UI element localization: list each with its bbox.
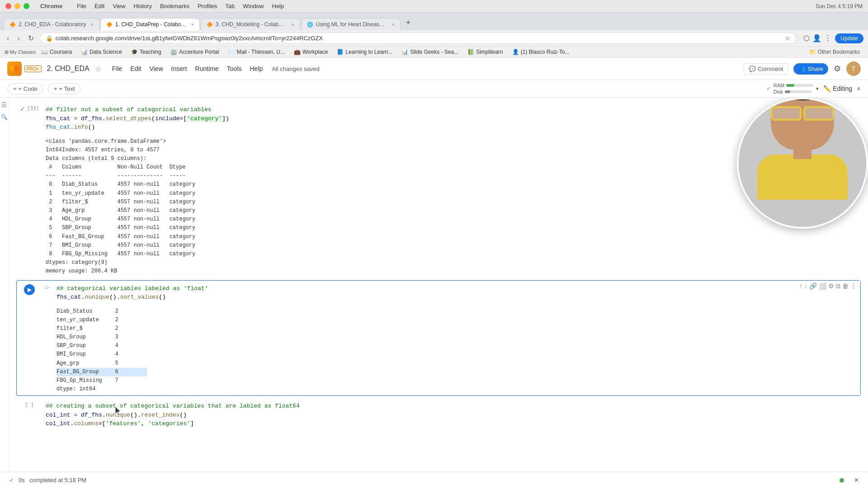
- webcam-feed: [739, 99, 866, 227]
- star-icon[interactable]: ☆: [95, 65, 101, 73]
- cell-copy-icon[interactable]: ⧉: [836, 282, 840, 290]
- bookmark-teaching[interactable]: 🎓 Teaching: [127, 48, 165, 56]
- tab-2[interactable]: 🔶 1. CHD_DataPrep - Colaborato... ×: [100, 18, 200, 30]
- ram-disk-indicator[interactable]: ✓ RAM Disk ▾: [766, 83, 819, 94]
- bookmark-simplilearn[interactable]: 📗 Simplilearn: [464, 48, 506, 56]
- titlebar: Chrome File Edit View History Bookmarks …: [0, 0, 868, 13]
- menu-window[interactable]: Window: [243, 3, 264, 9]
- tab-4[interactable]: 🌐 Using ML for Heart Disease Pr... ×: [301, 18, 401, 30]
- sidebar-menu-icon[interactable]: ☰: [1, 101, 7, 108]
- bookmark-mail[interactable]: ✉️ Mail - Thiessen, U...: [224, 48, 288, 56]
- menu-file[interactable]: File: [112, 65, 123, 72]
- cell-move-up-icon[interactable]: ↑: [799, 282, 802, 290]
- ram-progress-fill: [786, 84, 794, 87]
- dropdown-icon[interactable]: ▾: [816, 86, 819, 92]
- close-button[interactable]: [5, 3, 11, 9]
- bookmark-blasco[interactable]: 👤 (1) Blasco Ruiz-To...: [509, 48, 573, 56]
- colab-menu: File Edit View Insert Runtime Tools Help: [112, 65, 263, 72]
- share-label: Share: [807, 66, 823, 72]
- menu-insert[interactable]: Insert: [171, 65, 187, 72]
- left-sidebar: ☰ 🔍: [0, 98, 9, 475]
- menu-edit[interactable]: Edit: [94, 3, 104, 9]
- bookmark-accenture[interactable]: 🏢 Accenture Portal: [167, 48, 223, 56]
- cell-3-body: ## creating a subset of categorical vari…: [42, 398, 860, 432]
- cell-code-icon[interactable]: ⬜: [819, 282, 826, 290]
- menu-runtime[interactable]: Runtime: [195, 65, 219, 72]
- comment-button[interactable]: 💬 Comment: [744, 63, 788, 75]
- tab-1-close[interactable]: ×: [90, 22, 93, 27]
- cell-move-down-icon[interactable]: ↓: [804, 282, 807, 290]
- bookmark-workplace[interactable]: 💼 Workplace: [290, 48, 331, 56]
- webcam-overlay: [737, 98, 868, 229]
- address-bar-row: ‹ › ↻ 🔒 colab.research.google.com/drive/…: [0, 30, 868, 47]
- user-avatar[interactable]: T: [846, 61, 861, 76]
- menu-help[interactable]: Help: [250, 65, 263, 72]
- menu-help[interactable]: Help: [272, 3, 284, 9]
- minimize-button[interactable]: [14, 3, 20, 9]
- tab-3-close[interactable]: ×: [291, 22, 294, 27]
- cell-link-icon[interactable]: 🔗: [809, 282, 817, 290]
- bookmark-star-icon[interactable]: ☆: [785, 35, 790, 42]
- profile-icon[interactable]: 👤: [812, 34, 821, 42]
- tab-bar: 🔶 2. CHD_EDA - Colaboratory × 🔶 1. CHD_D…: [0, 13, 868, 30]
- cell-3-code[interactable]: ## creating a subset of categorical vari…: [42, 398, 860, 432]
- bookmarks-bar: ⊞ My Classes 📖 Coursera 📊 Data Science 🎓…: [0, 47, 868, 58]
- collapse-icon[interactable]: ∧: [857, 85, 861, 92]
- bookmark-slidegeeks[interactable]: 📊 Slide Geeks - Sea...: [398, 48, 462, 56]
- pencil-icon: ✏️: [823, 85, 831, 92]
- forward-button[interactable]: ›: [15, 33, 22, 43]
- bookmark-slidegeeks-icon: 📊: [401, 49, 408, 55]
- cell-1: ✓ [33] ## filter out a subset of categor…: [16, 101, 861, 278]
- menu-view[interactable]: View: [149, 65, 163, 72]
- menu-edit[interactable]: Edit: [130, 65, 141, 72]
- menu-view[interactable]: View: [113, 3, 125, 9]
- status-check-icon: ✓: [9, 477, 14, 483]
- menu-profiles[interactable]: Profiles: [198, 3, 217, 9]
- tab-2-close[interactable]: ×: [191, 22, 193, 27]
- update-button[interactable]: Update: [835, 33, 863, 43]
- menu-tab[interactable]: Tab: [225, 3, 235, 9]
- colab-toolbar: + + Code + + Text ✓ RAM Disk: [0, 80, 868, 98]
- menu-tools[interactable]: Tools: [227, 65, 242, 72]
- bookmark-blasco-label: (1) Blasco Ruiz-To...: [521, 49, 570, 55]
- bookmark-learning-icon: 📘: [337, 49, 344, 55]
- editing-label: Editing: [833, 85, 852, 92]
- new-tab-button[interactable]: +: [401, 15, 415, 30]
- back-button[interactable]: ‹: [5, 33, 11, 43]
- settings-icon[interactable]: ⋮: [824, 34, 831, 42]
- menu-history[interactable]: History: [133, 3, 151, 9]
- menu-file[interactable]: File: [77, 3, 86, 9]
- cell-settings-icon[interactable]: ⚙: [828, 282, 834, 290]
- extensions-icon[interactable]: ⬡: [803, 34, 810, 42]
- cell-2-gutter: ▶: [17, 281, 42, 396]
- cell-1-status-icon: ✓: [20, 105, 25, 113]
- status-close-button[interactable]: ✕: [854, 477, 859, 483]
- bookmark-learning[interactable]: 📘 Learning to Learn...: [333, 48, 396, 56]
- cell-2-run-button[interactable]: ▶: [24, 284, 35, 295]
- colab-header: PRO+ 2. CHD_EDA ☆ File Edit View Insert …: [0, 58, 868, 80]
- reload-button[interactable]: ↻: [26, 33, 36, 43]
- add-text-button[interactable]: + + Text: [48, 83, 80, 94]
- bookmarks-apps-icon[interactable]: ⊞ My Classes: [5, 49, 36, 55]
- main-area: ☰ 🔍 ✓ [33] ## filter out a subset of cat…: [0, 98, 868, 475]
- editing-badge[interactable]: ✏️ Editing: [823, 85, 852, 92]
- cell-3-number: [ ]: [25, 402, 34, 408]
- tab-4-close[interactable]: ×: [392, 22, 394, 27]
- bookmark-datascience[interactable]: 📊 Data Science: [77, 48, 125, 56]
- menu-bookmarks[interactable]: Bookmarks: [160, 3, 189, 9]
- add-code-button[interactable]: + + Code: [7, 83, 43, 94]
- maximize-button[interactable]: [24, 3, 29, 9]
- sidebar-search-icon[interactable]: 🔍: [1, 114, 8, 120]
- bookmark-coursera[interactable]: 📖 Coursera: [38, 48, 75, 56]
- address-bar[interactable]: 🔒 colab.research.google.com/drive/1oLgB1…: [40, 33, 797, 44]
- tab-3[interactable]: 🔶 3. CHD_Modelling - Colabora... ×: [201, 18, 300, 30]
- cell-1-code[interactable]: ## filter out a subset of categorical va…: [42, 102, 860, 136]
- colab-settings-icon[interactable]: ⚙: [834, 64, 841, 74]
- notebook-title[interactable]: 2. CHD_EDA: [47, 65, 90, 73]
- share-button[interactable]: 👥 Share: [793, 63, 828, 75]
- cell-2-code[interactable]: ## categorical variables labeled as 'flo…: [53, 281, 860, 305]
- cell-more-icon[interactable]: ⋮: [850, 282, 857, 290]
- bookmark-other[interactable]: 📁 Other Bookmarks: [806, 48, 863, 56]
- tab-1[interactable]: 🔶 2. CHD_EDA - Colaboratory ×: [4, 18, 99, 30]
- cell-delete-icon[interactable]: 🗑: [842, 282, 849, 290]
